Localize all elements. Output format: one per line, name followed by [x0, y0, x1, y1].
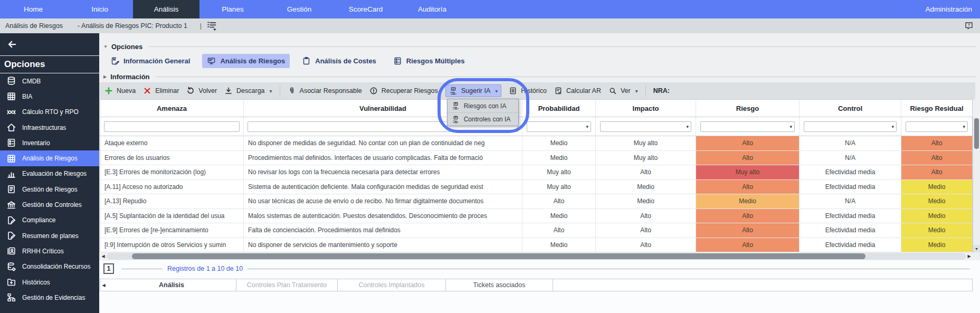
table-row[interactable]: [A.5] Suplantación de la identidad del u…: [100, 209, 973, 224]
horizontal-scrollbar-track[interactable]: [107, 253, 966, 260]
toolbar-button-eliminar[interactable]: Eliminar: [143, 87, 179, 95]
nav-item-administracion[interactable]: Administración: [917, 0, 980, 18]
column-header-control[interactable]: Control: [800, 100, 901, 117]
sidebar-item-analisis-de-riesgos[interactable]: Análisis de Riesgos: [0, 150, 99, 166]
sidebar-item-gestion-de-evidencias[interactable]: Gestión de Evidencias: [0, 290, 99, 305]
filter-amenaza-input[interactable]: [104, 121, 240, 132]
cell-impacto: Muy alto: [596, 136, 696, 150]
cell-riesgo: Alto: [696, 136, 800, 150]
sidebar-item-calculo-rto-rpo[interactable]: Cálculo RTO y RPO: [0, 105, 99, 120]
cell-impacto: Medio: [596, 180, 696, 194]
chevron-down-icon: ▾: [686, 124, 689, 129]
column-header-impacto[interactable]: Impacto: [596, 100, 696, 117]
bottom-tab-analisis[interactable]: Análisis: [107, 279, 236, 291]
sidebar-item-inventario[interactable]: Inventario: [0, 135, 99, 150]
sidebar-collapse-button[interactable]: [0, 33, 99, 56]
menu-item-controles-con-ia[interactable]: AIControles con IA: [448, 112, 518, 126]
cell-riesgo: Medio: [696, 194, 800, 208]
tab-analisis-de-costes[interactable]: Análisis de Costes: [297, 54, 381, 68]
toolbar-button-label: Nueva: [117, 87, 136, 94]
horizontal-scrollbar-thumb[interactable]: [132, 253, 865, 259]
table-row[interactable]: [I.9] Interrupción de otros Servicios y …: [100, 238, 973, 253]
chevron-down-icon[interactable]: ▾: [495, 88, 498, 94]
column-header-amenaza[interactable]: Amenaza: [100, 100, 244, 117]
bottom-tabs-bar: ◀ Análisis Controles Plan Tratamiento Co…: [100, 279, 973, 291]
scroll-down-button[interactable]: ▼: [973, 245, 980, 252]
table-row[interactable]: [A.11] Acceso no autorizado Sistema de a…: [100, 180, 973, 195]
toolbar-button-volver[interactable]: Volver: [186, 87, 217, 95]
nav-item-gestion[interactable]: Gestión: [266, 0, 332, 18]
table-row[interactable]: [A.13] Repudio No usar técnicas de acuse…: [100, 194, 973, 209]
nav-item-planes[interactable]: Planes: [199, 0, 266, 18]
sidebar-item-consolidacion-recursos[interactable]: Consolidación Recursos: [0, 259, 99, 274]
cell-vulnerabilidad: Malos sistemas de autenticación. Puestos…: [244, 209, 522, 223]
triangle-right-icon[interactable]: ▶: [103, 74, 107, 79]
toolbar-button-recuperar-riesgos[interactable]: Recuperar Riesgos: [369, 87, 438, 95]
sidebar-item-gestion-de-riesgos[interactable]: Gestión de Riesgos: [0, 182, 99, 197]
vertical-scrollbar-thumb[interactable]: [974, 118, 979, 149]
arrow-left-icon: [6, 40, 18, 49]
main-content: ▼ Opciones Información General Análisis …: [99, 33, 980, 313]
risk-table: Amenaza Vulnerabilidad Probabilidad Impa…: [100, 99, 973, 252]
nav-item-analisis[interactable]: Análisis: [133, 0, 199, 18]
toolbar-button-nueva[interactable]: Nueva: [104, 87, 136, 95]
tabs-row: Información General Análisis de Riesgos …: [106, 53, 469, 69]
page-number-button[interactable]: 1: [103, 263, 114, 274]
filter-impacto-select[interactable]: ▾: [600, 121, 691, 132]
table-row[interactable]: [E.3] Errores de monitorización (log) No…: [100, 165, 973, 180]
cell-control: N/A: [800, 194, 901, 208]
bottom-tab-tickets-asociados[interactable]: Tickets asociados: [446, 279, 553, 291]
toolbar-button-historico[interactable]: Histórico: [509, 87, 547, 95]
filter-control-select[interactable]: ▾: [804, 121, 897, 132]
help-icon[interactable]: ?: [964, 21, 974, 31]
cell-impacto: Alto: [596, 223, 696, 238]
horizontal-scrollbar[interactable]: ◀ ▶: [100, 252, 973, 260]
tab-riesgos-multiples[interactable]: Riesgos Múltiples: [388, 54, 470, 68]
toolbar-button-ver[interactable]: Ver▾: [608, 87, 638, 95]
document-text-icon: [509, 87, 517, 95]
list-sort-icon[interactable]: [206, 21, 217, 31]
toolbar-button-descarga[interactable]: Descarga▾: [224, 87, 272, 95]
scroll-left-button[interactable]: ◀: [100, 254, 107, 259]
table-header-row: Amenaza Vulnerabilidad Probabilidad Impa…: [100, 99, 973, 117]
tab-informacion-general[interactable]: Información General: [106, 54, 195, 68]
bottom-tab-controles-implantados[interactable]: Controles Implantados: [338, 279, 446, 291]
column-header-riesgo-residual[interactable]: Riesgo Residual: [901, 100, 972, 117]
table-row[interactable]: Errores de los usuarios Procedimientos m…: [100, 151, 973, 166]
table-row[interactable]: Ataque externo No disponer de medidas de…: [100, 136, 973, 151]
filter-probabilidad-select[interactable]: ▾: [527, 121, 591, 132]
table-row[interactable]: [E.9] Errores de [re-]encaminamiento Fal…: [100, 223, 973, 238]
column-header-probabilidad[interactable]: Probabilidad: [522, 100, 596, 117]
sidebar-item-evaluacion-de-riesgos[interactable]: Evaluación de Riesgos: [0, 166, 99, 182]
sidebar-item-cmdb[interactable]: CMDB: [0, 73, 99, 89]
nav-item-scorecard[interactable]: ScoreCard: [332, 0, 399, 18]
cell-riesgo-residual: Alto: [901, 151, 972, 165]
triangle-down-icon[interactable]: ▼: [103, 44, 108, 49]
sidebar-item-historicos[interactable]: Históricos: [0, 274, 99, 290]
scroll-right-button[interactable]: ▶: [966, 254, 973, 259]
sidebar-item-rrhh-criticos[interactable]: RRHH Críticos: [0, 243, 99, 259]
filter-riesgo-select[interactable]: ▾: [700, 121, 795, 132]
bottom-tab-controles-plan-tratamiento[interactable]: Controles Plan Tratamiento: [236, 279, 338, 291]
plus-icon: [104, 87, 113, 95]
sidebar-item-bia[interactable]: BIA: [0, 89, 99, 104]
column-header-riesgo[interactable]: Riesgo: [696, 100, 800, 117]
sidebar-item-infraestructuras[interactable]: Infraestructuras: [0, 120, 99, 135]
tab-analisis-de-riesgos[interactable]: Análisis de Riesgos: [202, 54, 290, 68]
toolbar-button-sugerir-ia[interactable]: AI Sugerir IA ▾ AIRiesgos con IA AIContr…: [445, 84, 502, 97]
nav-item-inicio[interactable]: Inicio: [66, 0, 133, 18]
tabs-scroll-left-button[interactable]: ◀: [100, 279, 107, 291]
menu-item-riesgos-con-ia[interactable]: AIRiesgos con IA: [448, 99, 518, 112]
nav-item-home[interactable]: Home: [0, 0, 66, 18]
filter-riesgo-residual-select[interactable]: ▾: [906, 121, 968, 132]
vertical-scrollbar[interactable]: ▼: [973, 117, 980, 252]
section-title: Información: [110, 73, 149, 81]
sidebar-item-compliance[interactable]: Compliance: [0, 213, 99, 228]
sidebar-item-gestion-de-controles[interactable]: Gestión de Controles: [0, 197, 99, 212]
toolbar-button-calcular-ar[interactable]: Calcular AR: [554, 87, 601, 95]
nav-item-auditoria[interactable]: Auditoría: [399, 0, 465, 18]
toolbar-button-asociar-responsable[interactable]: Asociar Responsable: [288, 87, 362, 95]
nav-spacer: [465, 0, 917, 18]
menu-item-label: Controles con IA: [464, 116, 511, 123]
sidebar-item-resumen-de-planes[interactable]: Resumen de planes: [0, 228, 99, 243]
